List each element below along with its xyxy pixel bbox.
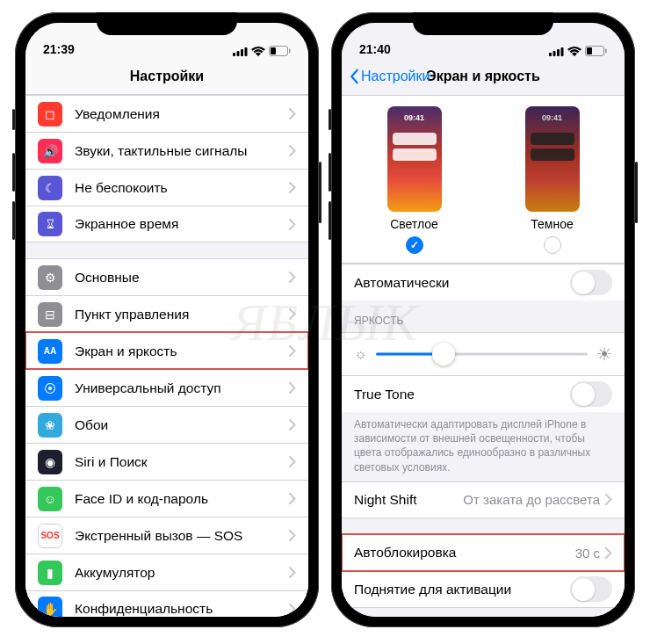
notifications-icon: ◻︎: [38, 102, 62, 127]
row-label: Siri и Поиск: [75, 454, 289, 470]
siri-icon: ◉: [38, 450, 62, 474]
row-label: Аккумулятор: [75, 565, 289, 581]
svg-rect-1: [237, 51, 240, 56]
row-label: Уведомления: [75, 106, 289, 122]
settings-row-wallpaper[interactable]: ❀Обои: [25, 406, 308, 443]
raise-to-wake-row[interactable]: Поднятие для активации: [342, 571, 625, 608]
automatic-row[interactable]: Автоматически: [342, 264, 625, 300]
screen-time-icon: ⌛︎: [38, 212, 62, 236]
auto-lock-detail: 30 с: [575, 546, 600, 561]
svg-rect-8: [553, 51, 556, 56]
raise-toggle[interactable]: [570, 576, 612, 602]
appearance-dark[interactable]: 09:41 Темное: [525, 106, 580, 254]
chevron-icon: [289, 382, 296, 394]
signal-icon: [233, 47, 248, 56]
settings-row-privacy[interactable]: ✋Конфиденциальность: [25, 590, 308, 617]
display-settings[interactable]: 09:41 Светлое 09:41 Темное: [342, 95, 625, 617]
display-icon: AA: [38, 339, 62, 364]
row-label: Основные: [75, 270, 289, 286]
settings-row-sounds[interactable]: 🔊Звуки, тактильные сигналы: [25, 132, 308, 169]
faceid-icon: ☺︎: [38, 487, 62, 511]
wifi-icon: [567, 47, 581, 56]
light-radio[interactable]: [406, 236, 423, 254]
auto-lock-row[interactable]: Автоблокировка 30 с: [342, 534, 625, 571]
status-time: 21:39: [43, 42, 75, 56]
wallpaper-icon: ❀: [38, 413, 62, 438]
settings-row-screen-time[interactable]: ⌛︎Экранное время: [25, 206, 308, 242]
svg-rect-2: [241, 49, 243, 56]
light-thumbnail: 09:41: [387, 106, 442, 212]
row-label: Звуки, тактильные сигналы: [75, 143, 289, 159]
truetone-row[interactable]: True Tone: [342, 375, 625, 412]
privacy-icon: ✋: [38, 597, 62, 617]
status-time: 21:40: [359, 42, 391, 56]
chevron-icon: [289, 182, 296, 193]
chevron-icon: [289, 219, 296, 230]
light-label: Светлое: [390, 217, 438, 231]
settings-row-general[interactable]: ⚙︎Основные: [25, 258, 308, 295]
brightness-row: ☼ ☀︎: [342, 332, 625, 375]
night-shift-row[interactable]: Night Shift От заката до рассвета: [342, 481, 625, 518]
appearance-section: 09:41 Светлое 09:41 Темное: [342, 95, 625, 264]
chevron-icon: [289, 530, 296, 541]
settings-list[interactable]: ◻︎Уведомления🔊Звуки, тактильные сигналы☾…: [25, 95, 308, 617]
row-label: Экранное время: [75, 216, 289, 232]
svg-rect-10: [561, 47, 564, 56]
settings-row-notifications[interactable]: ◻︎Уведомления: [25, 95, 308, 132]
status-indicators: [549, 46, 607, 56]
chevron-icon: [289, 145, 296, 156]
wifi-icon: [251, 47, 265, 56]
nav-bar: Настройки Экран и яркость: [342, 58, 625, 95]
battery-icon: [585, 46, 607, 56]
signal-icon: [549, 47, 564, 56]
row-label: Универсальный доступ: [75, 380, 289, 396]
sounds-icon: 🔊: [38, 139, 62, 163]
svg-rect-7: [549, 53, 552, 56]
chevron-icon: [289, 456, 296, 467]
settings-row-control-center[interactable]: ⊟Пункт управления: [25, 295, 308, 332]
brightness-slider[interactable]: [376, 342, 588, 366]
status-indicators: [233, 46, 291, 56]
appearance-light[interactable]: 09:41 Светлое: [387, 106, 442, 254]
settings-row-faceid[interactable]: ☺︎Face ID и код-пароль: [25, 480, 308, 517]
back-label: Настройки: [361, 69, 430, 84]
chevron-icon: [289, 308, 296, 320]
auto-lock-label: Автоблокировка: [354, 545, 575, 561]
row-label: Не беспокоить: [75, 180, 289, 196]
control-center-icon: ⊟: [38, 302, 62, 327]
night-shift-detail: От заката до рассвета: [463, 492, 600, 507]
back-button[interactable]: Настройки: [349, 69, 430, 84]
svg-rect-3: [245, 47, 248, 56]
automatic-toggle[interactable]: [570, 270, 612, 295]
svg-rect-9: [557, 49, 560, 56]
svg-rect-5: [271, 47, 276, 54]
settings-row-battery[interactable]: ▮Аккумулятор: [25, 554, 308, 590]
night-shift-label: Night Shift: [354, 492, 463, 508]
dnd-icon: ☾: [38, 176, 62, 200]
sun-small-icon: ☼: [354, 346, 367, 362]
dark-label: Темное: [531, 217, 573, 231]
settings-row-accessibility[interactable]: ⦿Универсальный доступ: [25, 369, 308, 406]
chevron-icon: [605, 494, 612, 505]
settings-row-dnd[interactable]: ☾Не беспокоить: [25, 169, 308, 206]
settings-row-sos[interactable]: SOSЭкстренный вызов — SOS: [25, 517, 308, 554]
phone-left: 21:39 Настройки ◻︎Уведомления🔊Звуки, так…: [15, 12, 319, 627]
chevron-icon: [289, 271, 296, 283]
battery-icon: ▮: [38, 561, 62, 585]
row-label: Экран и яркость: [75, 344, 289, 359]
chevron-icon: [289, 345, 296, 357]
automatic-label: Автоматически: [354, 275, 570, 291]
truetone-toggle[interactable]: [570, 381, 612, 407]
sun-large-icon: ☀︎: [596, 344, 612, 365]
chevron-icon: [289, 419, 296, 431]
row-label: Пункт управления: [75, 307, 289, 322]
truetone-label: True Tone: [354, 387, 570, 402]
row-label: Face ID и код-пароль: [75, 491, 289, 507]
settings-row-display[interactable]: AAЭкран и яркость: [25, 332, 308, 369]
sos-icon: SOS: [38, 524, 62, 548]
settings-row-siri[interactable]: ◉Siri и Поиск: [25, 443, 308, 480]
svg-rect-13: [605, 49, 607, 54]
dark-radio[interactable]: [544, 236, 561, 254]
chevron-icon: [605, 547, 612, 559]
phone-right: 21:40 Настройки Экран и яркость 09:41: [331, 12, 635, 627]
